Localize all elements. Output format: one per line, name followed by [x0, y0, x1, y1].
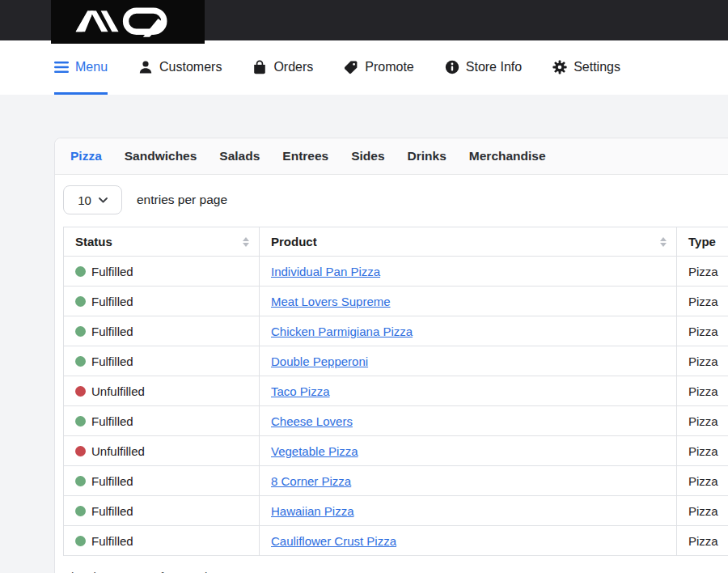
nav-item-customers[interactable]: Customers: [138, 40, 222, 95]
products-table: Status Product Type: [63, 227, 728, 556]
main-nav: Menu Customers Orders Promote: [0, 40, 728, 95]
column-label: Product: [271, 235, 317, 248]
status-dot: [75, 506, 86, 516]
status-dot: [75, 476, 86, 486]
tab-sandwiches[interactable]: Sandwiches: [125, 149, 197, 163]
entries-per-page-row: 10 entries per page: [63, 185, 728, 214]
table-row: Fulfilled Cheese Lovers Pizza: [64, 406, 728, 436]
table-row: Fulfilled Meat Lovers Supreme Pizza: [64, 286, 728, 316]
column-label: Type: [688, 235, 716, 248]
product-link[interactable]: Cheese Lovers: [271, 414, 353, 428]
product-link[interactable]: Chicken Parmigiana Pizza: [271, 325, 413, 338]
nav-item-label: Settings: [574, 60, 620, 74]
menu-card: Pizza Sandwiches Salads Entrees Sides Dr…: [54, 138, 728, 573]
status-dot: [75, 416, 86, 427]
product-link[interactable]: Taco Pizza: [271, 384, 330, 398]
type-cell: Pizza: [677, 257, 728, 286]
sort-icon[interactable]: [243, 237, 249, 247]
brand-logo[interactable]: [51, 0, 205, 44]
status-label: Unfulfilled: [91, 384, 145, 398]
table-row: Unfulfilled Vegetable Pizza Pizza: [64, 436, 728, 466]
table-row: Unfulfilled Taco Pizza Pizza: [64, 376, 728, 406]
type-cell: Pizza: [677, 406, 728, 436]
product-link[interactable]: Meat Lovers Supreme: [271, 295, 391, 308]
tab-entrees[interactable]: Entrees: [282, 149, 328, 163]
status-label: Fulfilled: [91, 295, 133, 308]
tab-salads[interactable]: Salads: [219, 149, 260, 163]
tag-icon: [344, 60, 358, 74]
chevron-down-icon: [99, 197, 108, 203]
product-link[interactable]: Individual Pan Pizza: [271, 265, 380, 278]
table-row: Fulfilled Individual Pan Pizza Pizza: [64, 257, 728, 286]
table-row: Fulfilled Cauliflower Crust Pizza Pizza: [64, 526, 728, 556]
status-label: Fulfilled: [91, 504, 133, 518]
product-link[interactable]: Cauliflower Crust Pizza: [271, 534, 396, 548]
status-label: Fulfilled: [91, 354, 133, 368]
nav-item-label: Promote: [365, 60, 413, 74]
table-row: Fulfilled Hawaiian Pizza Pizza: [64, 496, 728, 526]
table-row: Fulfilled Chicken Parmigiana Pizza Pizza: [64, 316, 728, 346]
status-dot: [75, 296, 86, 307]
product-link[interactable]: Double Pepperoni: [271, 354, 368, 368]
nav-item-label: Menu: [75, 60, 108, 74]
entries-per-page-label: entries per page: [137, 193, 227, 207]
bag-icon: [252, 60, 267, 74]
table-row: Fulfilled Double Pepperoni Pizza: [64, 346, 728, 376]
type-cell: Pizza: [677, 496, 728, 526]
type-cell: Pizza: [677, 436, 728, 466]
nav-item-settings[interactable]: Settings: [552, 40, 620, 95]
status-dot: [75, 446, 86, 456]
status-label: Fulfilled: [91, 474, 133, 488]
nav-item-promote[interactable]: Promote: [344, 40, 413, 95]
gear-icon: [552, 60, 567, 74]
page-size-value: 10: [78, 193, 91, 207]
nav-item-label: Store Info: [466, 60, 522, 74]
column-header-status[interactable]: Status: [64, 227, 260, 257]
nav-item-label: Orders: [273, 60, 313, 74]
status-label: Fulfilled: [91, 414, 133, 428]
nav-item-label: Customers: [159, 60, 222, 74]
status-dot: [75, 356, 86, 367]
product-link[interactable]: Vegetable Pizza: [271, 444, 358, 458]
pagination-summary: Showing 1 to 10 of 26 entries: [63, 570, 728, 573]
status-dot: [75, 266, 86, 277]
nav-item-store-info[interactable]: Store Info: [445, 40, 522, 95]
status-dot: [75, 536, 86, 546]
type-cell: Pizza: [677, 526, 728, 556]
top-bar: [0, 0, 728, 40]
sort-icon[interactable]: [660, 237, 667, 247]
status-label: Fulfilled: [91, 325, 133, 338]
type-cell: Pizza: [677, 376, 728, 406]
product-link[interactable]: Hawaiian Pizza: [271, 504, 354, 518]
type-cell: Pizza: [677, 316, 728, 346]
status-label: Unfulfilled: [91, 444, 145, 458]
status-label: Fulfilled: [91, 534, 133, 548]
type-cell: Pizza: [677, 346, 728, 376]
column-header-product[interactable]: Product: [260, 227, 677, 257]
column-header-type[interactable]: Type: [677, 227, 728, 257]
table-row: Fulfilled 8 Corner Pizza Pizza: [64, 466, 728, 496]
tab-merchandise[interactable]: Merchandise: [469, 149, 546, 163]
nav-item-orders[interactable]: Orders: [252, 40, 313, 95]
card-body: 10 entries per page Status: [55, 175, 728, 573]
status-dot: [75, 326, 86, 337]
product-link[interactable]: 8 Corner Pizza: [271, 474, 351, 488]
nav-item-menu[interactable]: Menu: [54, 40, 108, 95]
tab-pizza[interactable]: Pizza: [70, 149, 102, 163]
column-label: Status: [75, 235, 112, 248]
status-label: Fulfilled: [91, 265, 133, 278]
tab-sides[interactable]: Sides: [351, 149, 384, 163]
page-size-select[interactable]: 10: [63, 185, 122, 214]
hamburger-icon: [54, 61, 69, 74]
info-icon: [445, 60, 459, 74]
tab-drinks[interactable]: Drinks: [408, 149, 447, 163]
type-cell: Pizza: [677, 466, 728, 496]
aiq-logo-icon: [63, 4, 193, 40]
person-icon: [138, 60, 153, 74]
type-cell: Pizza: [677, 286, 728, 316]
status-dot: [75, 386, 86, 397]
category-tabs: Pizza Sandwiches Salads Entrees Sides Dr…: [55, 138, 728, 175]
